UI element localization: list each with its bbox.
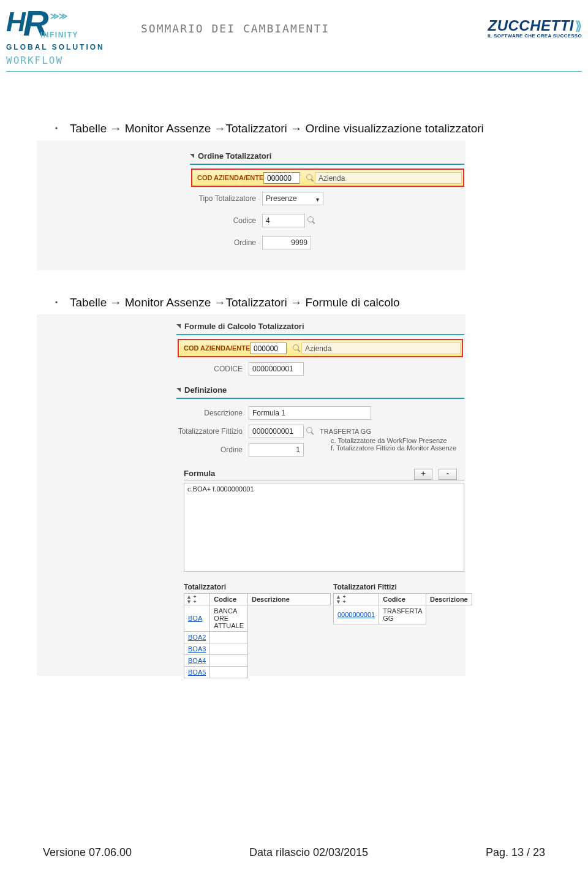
code-link[interactable]: 0000000001 — [334, 605, 379, 624]
section-underline-2 — [176, 334, 464, 335]
code-link[interactable]: BOA2 — [184, 631, 210, 643]
highlight-cod-azienda-2: COD AZIENDA/ENTE 000000 Azienda — [178, 339, 463, 357]
table-row: BOA5 — [184, 666, 331, 678]
section-title-1: Ordine Totalizzatori — [198, 151, 271, 161]
th-codice-1: Codice — [210, 593, 248, 605]
cod-azienda-label-2: COD AZIENDA/ENTE — [184, 344, 250, 352]
highlight-cod-azienda-1: COD AZIENDA/ENTE 000000 Azienda — [191, 169, 464, 187]
codice-input-1[interactable]: 4 — [262, 214, 305, 227]
list-item: • Tabelle → Monitor Assenze →Totalizzato… — [55, 295, 551, 311]
table-row: BOA3 — [184, 643, 331, 654]
note-f: f. Totalizzatore Fittizio da Monitor Ass… — [331, 444, 456, 452]
tipo-totalizzatore-label: Tipo Totalizzatore — [189, 194, 262, 203]
code-link[interactable]: BOA3 — [184, 643, 210, 654]
totfit-title: Totalizzatori Fittizi — [333, 583, 462, 591]
note-c: c. Totalizzatore da WorkFlow Presenze — [331, 437, 456, 444]
totfit-label: Totalizzatore Fittizio — [175, 427, 249, 436]
triangle-icon — [190, 154, 194, 158]
hr-logo: H R ≫≫ INFINITY GLOBAL SOLUTION WORKFLOW — [6, 6, 129, 66]
section-title-2: Formule di Calcolo Totalizzatori — [184, 322, 304, 331]
sort-icon[interactable]: ▲ +▼ + — [184, 593, 210, 605]
formula-textarea[interactable]: c.BOA+ f.0000000001 — [184, 483, 464, 572]
codice-label-1: Codice — [189, 216, 262, 225]
table-row: BOABANCA ORE ATTUALE — [184, 605, 331, 631]
totalizzatori-fittizi-table: Totalizzatori Fittizi ▲ +▼ + Codice Desc… — [333, 583, 462, 624]
table-row: BOA2 — [184, 631, 331, 643]
sort-icon[interactable]: ▲ +▼ + — [334, 593, 379, 605]
zucchetti-text: ZUCCHETTI — [488, 17, 574, 34]
notes-block: c. Totalizzatore da WorkFlow Presenze f.… — [331, 437, 456, 452]
code-link[interactable]: BOA4 — [184, 654, 210, 666]
content: • Tabelle → Monitor Assenze →Totalizzato… — [0, 72, 588, 676]
table-row: 0000000001TRASFERTA GG — [334, 605, 472, 624]
page-title: SOMMARIO DEI CAMBIAMENTI — [129, 6, 459, 35]
formula-plus-button[interactable]: + — [414, 469, 432, 480]
code-link[interactable]: BOA — [184, 605, 210, 631]
ordine-input-2[interactable]: 1 — [249, 443, 304, 456]
totfit-text: TRASFERTA GG — [320, 428, 371, 435]
page-header: H R ≫≫ INFINITY GLOBAL SOLUTION WORKFLOW… — [0, 0, 588, 66]
cod-azienda-label-1: COD AZIENDA/ENTE — [197, 174, 263, 181]
search-icon[interactable] — [293, 344, 301, 353]
section-header-2: Formule di Calcolo Totalizzatori — [176, 322, 304, 331]
definizione-title: Definizione — [184, 385, 227, 395]
totalizzatori-table: Totalizzatori ▲ +▼ + Codice Descrizione … — [184, 583, 331, 678]
formula-underline — [184, 480, 464, 480]
item2-title: Tabelle → Monitor Assenze →Totalizzatori… — [70, 295, 400, 311]
definizione-header: Definizione — [176, 385, 227, 395]
zucchetti-subtitle: IL SOFTWARE CHE CREA SUCCESSO — [459, 33, 582, 39]
ordine-input-1[interactable]: 9999 — [262, 236, 311, 249]
zucchetti-arrow-icon: ⟫ — [575, 18, 582, 33]
page-footer: Versione 07.06.00 Data rilascio 02/03/20… — [43, 846, 545, 859]
totfit-input[interactable]: 0000000001 — [249, 425, 304, 438]
codice-label-2: CODICE — [175, 365, 249, 373]
section-underline-1 — [190, 164, 464, 165]
triangle-icon — [176, 388, 181, 392]
bullet-icon: • — [55, 295, 70, 311]
descrizione-label: Descrizione — [175, 409, 249, 417]
th-codice-2: Codice — [379, 593, 426, 605]
hr-infinity-label: INFINITY — [40, 31, 129, 39]
ordine-label-1: Ordine — [189, 238, 262, 247]
search-icon[interactable] — [306, 174, 315, 183]
footer-version: Versione 07.06.00 — [43, 846, 132, 859]
footer-page: Pag. 13 / 23 — [486, 846, 545, 859]
screenshot-formule-calcolo: Formule di Calcolo Totalizzatori COD AZI… — [37, 314, 466, 676]
codice-input-2[interactable]: 0000000001 — [249, 362, 304, 376]
formula-label: Formula — [184, 469, 215, 478]
list-item: • Tabelle → Monitor Assenze →Totalizzato… — [55, 121, 551, 137]
t2-body: 0000000001TRASFERTA GG — [334, 605, 472, 624]
th-desc-2: Descrizione — [426, 593, 472, 605]
ordine-label-2: Ordine — [175, 445, 249, 454]
search-icon[interactable] — [307, 216, 316, 225]
global-solution-label: GLOBAL SOLUTION — [6, 43, 129, 51]
bullet-icon: • — [55, 121, 70, 137]
item1-title: Tabelle → Monitor Assenze →Totalizzatori… — [70, 121, 484, 137]
formula-minus-button[interactable]: - — [439, 469, 457, 480]
cod-azienda-input-1[interactable]: 000000 — [263, 172, 300, 184]
section-header-1: Ordine Totalizzatori — [190, 151, 271, 161]
zucchetti-logo: ZUCCHETTI ⟫ IL SOFTWARE CHE CREA SUCCESS… — [459, 6, 582, 39]
workflow-label: WORKFLOW — [6, 55, 129, 66]
footer-release: Data rilascio 02/03/2015 — [249, 846, 368, 859]
t1-body: BOABANCA ORE ATTUALEBOA2BOA3BOA4BOA5 — [184, 605, 331, 678]
azienda-name-2[interactable]: Azienda — [301, 343, 461, 354]
tipo-totalizzatore-select[interactable]: Presenze — [262, 192, 323, 205]
code-link[interactable]: BOA5 — [184, 666, 210, 678]
search-icon[interactable] — [306, 427, 315, 436]
definizione-underline — [176, 398, 464, 399]
azienda-name-1[interactable]: Azienda — [315, 172, 462, 184]
descrizione-input[interactable]: Formula 1 — [249, 406, 371, 420]
triangle-icon — [176, 324, 181, 328]
table-row: BOA4 — [184, 654, 331, 666]
totalizzatori-title: Totalizzatori — [184, 583, 331, 591]
th-desc-1: Descrizione — [248, 593, 331, 605]
cod-azienda-input-2[interactable]: 000000 — [250, 343, 287, 354]
screenshot-ordine-totalizzatori: Ordine Totalizzatori COD AZIENDA/ENTE 00… — [37, 140, 466, 270]
hr-h: H — [6, 10, 24, 34]
